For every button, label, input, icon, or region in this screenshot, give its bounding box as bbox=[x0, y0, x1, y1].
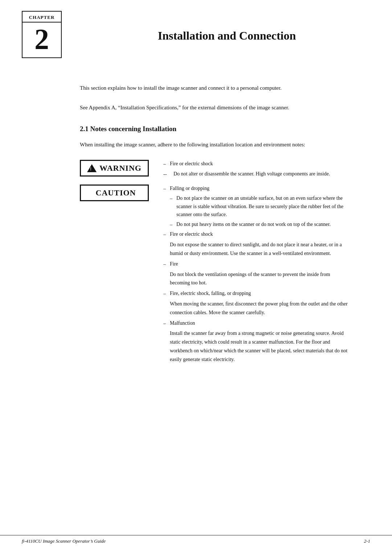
caution-fire-shock-label: – Fire or electric shock bbox=[163, 230, 348, 239]
warning-badge: WARNING bbox=[80, 160, 149, 177]
dash-icon: – bbox=[163, 160, 170, 169]
dash-icon-fire-falling: – bbox=[163, 289, 170, 298]
caution-fire-label-text: Fire bbox=[170, 260, 178, 268]
warning-item-1: – Fire or electric shock bbox=[163, 160, 348, 169]
page-footer: fi-4110CU Image Scanner Operator’s Guide… bbox=[0, 535, 392, 544]
warning-item-2: -- Do not alter or disassemble the scann… bbox=[163, 170, 348, 179]
caution-badge: CAUTION bbox=[80, 185, 149, 201]
caution-malfunction-label-text: Malfunction bbox=[170, 319, 195, 327]
caution-falling-items: – Do not place the scanner on an unstabl… bbox=[163, 194, 348, 229]
intro-para-2: See Appendix A, “Installation Specificat… bbox=[80, 103, 348, 112]
caution-fire-falling-item-1-text: When moving the scanner, first disconnec… bbox=[170, 301, 348, 315]
warning-triangle-icon bbox=[87, 164, 97, 172]
caution-malfunction-label: – Malfunction bbox=[163, 319, 348, 328]
caution-badge-col: CAUTION bbox=[80, 185, 156, 364]
chapter-label: CHAPTER bbox=[23, 13, 61, 23]
caution-falling-item-1: – Do not place the scanner on an unstabl… bbox=[170, 194, 348, 219]
footer-right: 2-1 bbox=[364, 538, 370, 544]
caution-falling-label-text: Falling or dropping bbox=[170, 185, 209, 193]
warning-item-2-text: Do not alter or disassemble the scanner.… bbox=[173, 170, 330, 178]
dash-icon-fire-shock: – bbox=[163, 230, 170, 239]
dash-sub-2: – bbox=[170, 220, 176, 229]
caution-malfunction-items: Install the scanner far away from a stro… bbox=[163, 329, 348, 364]
chapter-title: Installation and Connection bbox=[62, 11, 370, 42]
caution-fire-shock-item-1-text: Do not expose the scanner to direct sunl… bbox=[170, 242, 342, 256]
caution-malfunction-item-1-text: Install the scanner far away from a stro… bbox=[170, 331, 347, 362]
caution-fire-falling-label: – Fire, electric shock, falling, or drop… bbox=[163, 289, 348, 298]
caution-fire-shock-label-text: Fire or electric shock bbox=[170, 230, 213, 238]
dash-icon-falling: – bbox=[163, 185, 170, 193]
warning-badge-text: WARNING bbox=[99, 163, 142, 173]
caution-badge-text: CAUTION bbox=[96, 188, 136, 198]
caution-fire-shock-items: Do not expose the scanner to direct sunl… bbox=[163, 240, 348, 258]
warning-content: – Fire or electric shock -- Do not alter… bbox=[156, 160, 348, 180]
caution-fire-falling-label-text: Fire, electric shock, falling, or droppi… bbox=[170, 289, 251, 297]
caution-fire-item-1-text: Do not block the ventilation openings of… bbox=[170, 272, 330, 286]
caution-falling-item-2: – Do not put heavy items on the scanner … bbox=[170, 220, 348, 229]
caution-fire-falling-items: When moving the scanner, first disconnec… bbox=[163, 300, 348, 317]
warning-badge-col: WARNING bbox=[80, 160, 156, 180]
caution-content: – Falling or dropping – Do not place the… bbox=[156, 185, 348, 364]
double-dash-icon: -- bbox=[163, 170, 173, 179]
warning-section: WARNING – Fire or electric shock -- Do n… bbox=[80, 160, 348, 180]
caution-falling-label: – Falling or dropping bbox=[163, 185, 348, 193]
dash-icon-fire: – bbox=[163, 260, 170, 269]
dash-icon-malfunction: – bbox=[163, 319, 170, 328]
footer-left: fi-4110CU Image Scanner Operator’s Guide bbox=[22, 538, 106, 544]
chapter-number: 2 bbox=[27, 23, 56, 56]
warning-item-1-text: Fire or electric shock bbox=[170, 160, 213, 168]
caution-falling-item-1-text: Do not place the scanner on an unstable … bbox=[176, 194, 348, 219]
caution-fire-label: – Fire bbox=[163, 260, 348, 269]
dash-sub-1: – bbox=[170, 194, 176, 203]
chapter-box: CHAPTER 2 bbox=[22, 11, 62, 58]
caution-falling-item-2-text: Do not put heavy items on the scanner or… bbox=[176, 220, 331, 228]
section-intro: When installing the image scanner, adher… bbox=[80, 140, 348, 149]
intro-para-1: This section explains how to install the… bbox=[80, 84, 348, 92]
caution-fire-items: Do not block the ventilation openings of… bbox=[163, 270, 348, 288]
chapter-header: CHAPTER 2 Installation and Connection bbox=[0, 0, 392, 65]
main-content: This section explains how to install the… bbox=[0, 65, 392, 386]
caution-section: CAUTION – Falling or dropping – Do not p… bbox=[80, 185, 348, 364]
section-heading: 2.1 Notes concerning Installation bbox=[80, 125, 348, 133]
